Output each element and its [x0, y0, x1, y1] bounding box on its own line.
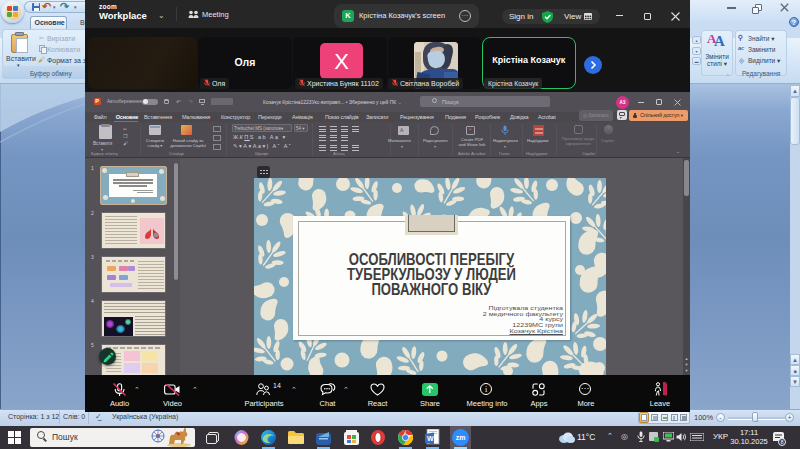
svg-text:W: W — [427, 435, 434, 442]
